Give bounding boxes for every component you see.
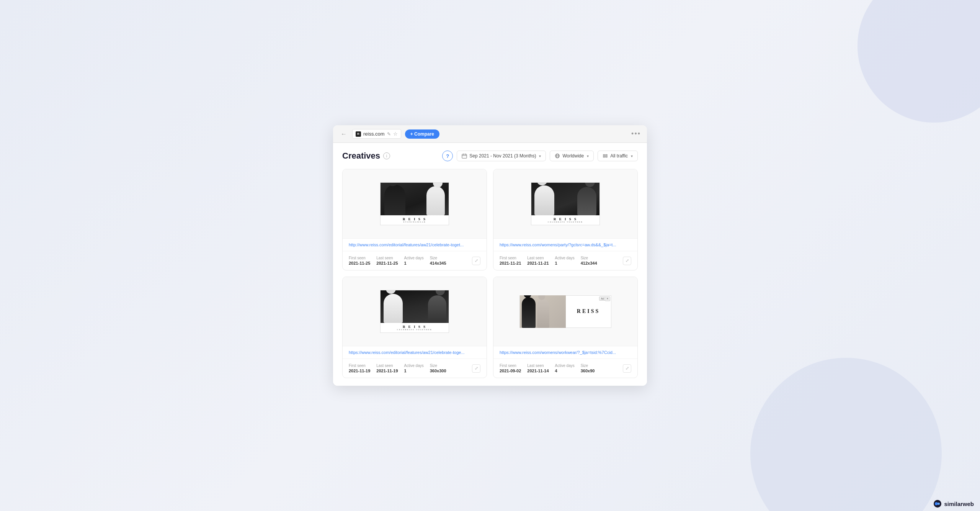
similarweb-logo-icon bbox=[933, 500, 942, 508]
active-days: Active days 4 bbox=[555, 364, 575, 373]
help-icon[interactable]: ? bbox=[442, 151, 453, 161]
active-days-value: 1 bbox=[404, 261, 424, 265]
last-seen-value: 2021-11-21 bbox=[527, 261, 549, 265]
size-label: Size bbox=[581, 364, 595, 368]
ad-brand: R E I S S bbox=[533, 217, 598, 221]
ad-image bbox=[381, 290, 449, 323]
traffic-icon bbox=[603, 153, 608, 159]
active-days: Active days 1 bbox=[555, 256, 575, 265]
active-days-label: Active days bbox=[555, 364, 575, 368]
active-days-label: Active days bbox=[404, 256, 424, 260]
size: Size 412x344 bbox=[581, 256, 597, 265]
svg-rect-8 bbox=[606, 155, 607, 156]
ad-url[interactable]: https://www.reiss.com/womens/workwear/?_… bbox=[493, 346, 637, 359]
page-content: Creatives i ? Sep 2021 - Nov 2021 (3 Mon… bbox=[333, 143, 647, 386]
svg-rect-9 bbox=[603, 156, 605, 157]
last-seen-label: Last seen bbox=[376, 364, 398, 368]
ad-tagline: CELEBRATE TOGETHER bbox=[382, 329, 447, 331]
first-seen-label: First seen bbox=[349, 256, 370, 260]
close-badge: ✕ bbox=[605, 296, 610, 301]
date-filter-label: Sep 2021 - Nov 2021 (3 Months) bbox=[469, 153, 536, 159]
ad-preview: Ad ✕ REISS bbox=[493, 277, 637, 346]
edit-icon[interactable]: ✎ bbox=[387, 131, 391, 137]
expand-icon[interactable]: ⤢ bbox=[472, 364, 480, 373]
size: Size 360x300 bbox=[430, 364, 446, 373]
browser-bar: ← R reiss.com ✎ ☆ + Compare ••• bbox=[333, 125, 647, 143]
ad-preview: Ad R E I S S EVENINGWEAR bbox=[343, 169, 487, 238]
ad-creative-wide: Ad ✕ REISS bbox=[519, 295, 611, 328]
svg-point-13 bbox=[938, 503, 940, 505]
similarweb-logo-text: similarweb bbox=[944, 501, 974, 507]
ad-meta: First seen 2021-11-25 Last seen 2021-11-… bbox=[343, 251, 487, 270]
ad-brand: REISS bbox=[577, 308, 600, 314]
ad-url[interactable]: https://www.reiss.com/editorial/features… bbox=[343, 346, 487, 359]
header-controls: ? Sep 2021 - Nov 2021 (3 Months) ▾ bbox=[442, 151, 638, 161]
active-days-label: Active days bbox=[404, 364, 424, 368]
ad-url[interactable]: http://www.reiss.com/editorial/features/… bbox=[343, 238, 487, 251]
first-seen-value: 2021-11-25 bbox=[349, 261, 370, 265]
last-seen-label: Last seen bbox=[527, 364, 549, 368]
compare-button[interactable]: + Compare bbox=[405, 129, 439, 139]
ad-tagline: CELEBRATE TOGETHER bbox=[533, 221, 598, 223]
size-label: Size bbox=[430, 364, 446, 368]
title-row: Creatives i bbox=[342, 151, 390, 161]
ad-meta: First seen 2021-11-19 Last seen 2021-11-… bbox=[343, 359, 487, 378]
cards-grid: Ad R E I S S EVENINGWEAR bbox=[342, 169, 638, 378]
size: Size 414x345 bbox=[430, 256, 446, 265]
ad-image bbox=[381, 183, 449, 215]
date-filter[interactable]: Sep 2021 - Nov 2021 (3 Months) ▾ bbox=[457, 151, 546, 161]
traffic-filter[interactable]: All traffic ▾ bbox=[598, 151, 638, 161]
ad-creative: Ad R E I S S CELEBRATE TOGETHER bbox=[531, 182, 600, 225]
tab-favicon: R bbox=[356, 131, 361, 137]
ad-card: Ad R E I S S CELEBRATE TOGETHER bbox=[493, 169, 638, 270]
active-days-value: 1 bbox=[555, 261, 575, 265]
active-days-value: 4 bbox=[555, 369, 575, 373]
geo-filter[interactable]: Worldwide ▾ bbox=[550, 151, 594, 161]
calendar-icon bbox=[462, 153, 467, 159]
first-seen-label: First seen bbox=[349, 364, 370, 368]
ad-tagline: EVENINGWEAR bbox=[382, 221, 447, 223]
size-value: 412x344 bbox=[581, 261, 597, 265]
wide-text-area: REISS bbox=[566, 305, 611, 318]
last-seen: Last seen 2021-11-19 bbox=[376, 364, 398, 373]
svg-rect-10 bbox=[606, 156, 607, 157]
ad-url[interactable]: https://www.reiss.com/womens/party/?gcls… bbox=[493, 238, 637, 251]
last-seen-value: 2021-11-14 bbox=[527, 369, 549, 373]
globe-icon bbox=[555, 153, 560, 159]
last-seen-label: Last seen bbox=[376, 256, 398, 260]
last-seen-value: 2021-11-25 bbox=[376, 261, 398, 265]
active-days-value: 1 bbox=[404, 369, 424, 373]
expand-icon[interactable]: ⤢ bbox=[472, 257, 480, 265]
first-seen: First seen 2021-11-25 bbox=[349, 256, 370, 265]
first-seen-label: First seen bbox=[500, 364, 521, 368]
ad-card: Ad ✕ REISS https:// bbox=[493, 277, 638, 378]
first-seen-value: 2021-09-02 bbox=[500, 369, 521, 373]
more-options-icon[interactable]: ••• bbox=[631, 130, 641, 138]
ad-image bbox=[531, 183, 599, 215]
traffic-filter-chevron: ▾ bbox=[631, 154, 633, 158]
info-icon[interactable]: i bbox=[383, 152, 390, 159]
ad-text-area: R E I S S CELEBRATE TOGETHER bbox=[531, 215, 599, 225]
size: Size 360x90 bbox=[581, 364, 595, 373]
first-seen-value: 2021-11-19 bbox=[349, 369, 370, 373]
svg-rect-0 bbox=[462, 154, 467, 159]
geo-filter-label: Worldwide bbox=[562, 153, 584, 159]
similarweb-logo: similarweb bbox=[933, 500, 974, 508]
first-seen-value: 2021-11-21 bbox=[500, 261, 521, 265]
star-icon[interactable]: ☆ bbox=[393, 131, 398, 137]
browser-tab[interactable]: R reiss.com ✎ ☆ bbox=[352, 129, 401, 139]
active-days: Active days 1 bbox=[404, 364, 424, 373]
ad-text-area: R E I S S EVENINGWEAR bbox=[381, 215, 449, 225]
ad-brand: R E I S S bbox=[382, 217, 447, 221]
expand-icon[interactable]: ⤢ bbox=[623, 257, 631, 265]
svg-point-12 bbox=[935, 502, 938, 505]
tab-domain: reiss.com bbox=[363, 131, 385, 137]
first-seen: First seen 2021-11-21 bbox=[500, 256, 521, 265]
size-value: 360x90 bbox=[581, 369, 595, 373]
back-button[interactable]: ← bbox=[339, 129, 348, 139]
ad-preview: Ad R E I S S CELEBRATE TOGETHER bbox=[343, 277, 487, 346]
expand-icon[interactable]: ⤢ bbox=[623, 364, 631, 373]
last-seen: Last seen 2021-11-25 bbox=[376, 256, 398, 265]
ad-creative: Ad R E I S S CELEBRATE TOGETHER bbox=[380, 290, 449, 333]
size-label: Size bbox=[430, 256, 446, 260]
